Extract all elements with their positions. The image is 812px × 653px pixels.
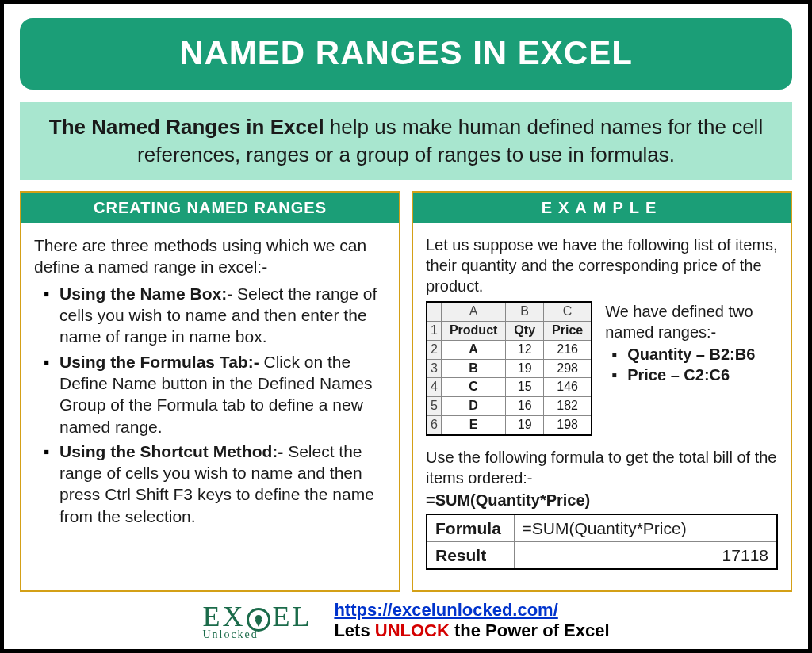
col-header: B — [506, 302, 544, 321]
example-top: A B C 1 Product Qty Price 2A12216 3B1929… — [426, 301, 778, 436]
method-item: Using the Shortcut Method:- Select the r… — [44, 441, 386, 527]
ranges-side: We have defined two named ranges:- Quant… — [605, 301, 778, 385]
columns: CREATING NAMED RANGES There are three me… — [20, 191, 792, 592]
table-header: Price — [544, 321, 592, 340]
table-row: 4C15146 — [427, 378, 592, 397]
table-row: 5D16182 — [427, 397, 592, 416]
corner-cell — [427, 302, 441, 321]
col-header: C — [544, 302, 592, 321]
row-number: 1 — [427, 321, 441, 340]
example-lead: Let us suppose we have the following lis… — [426, 235, 778, 296]
footer: EXEL Unlocked https://excelunlocked.com/… — [20, 600, 792, 641]
right-panel-header: EXAMPLE — [413, 193, 791, 223]
col-header: A — [441, 302, 505, 321]
left-lead: There are three methods using which we c… — [34, 235, 386, 278]
table-row: 6E19198 — [427, 415, 592, 434]
table-header: Product — [441, 321, 505, 340]
right-panel-body: Let us suppose we have the following lis… — [413, 223, 791, 581]
methods-list: Using the Name Box:- Select the range of… — [34, 283, 386, 527]
intro-box: The Named Ranges in Excel help us make h… — [20, 102, 792, 180]
left-panel-body: There are three methods using which we c… — [21, 223, 399, 541]
page-title: NAMED RANGES IN EXCEL — [20, 18, 792, 90]
logo-wrap: EXEL Unlocked — [202, 600, 312, 641]
result-label: Result — [427, 542, 514, 570]
result-formula-label: Formula — [427, 514, 514, 542]
result-value: 17118 — [514, 542, 777, 570]
range-item: Price – C2:C6 — [611, 365, 778, 385]
keyhole-icon — [247, 608, 270, 632]
logo-subtext: Unlocked — [202, 628, 258, 641]
intro-bold: The Named Ranges in Excel — [49, 115, 324, 139]
footer-tagline: Lets UNLOCK the Power of Excel — [334, 621, 609, 640]
result-formula-value: =SUM(Quantity*Price) — [514, 514, 777, 542]
table-header: Qty — [506, 321, 544, 340]
logo: EXEL Unlocked — [202, 600, 312, 641]
result-table: Formula =SUM(Quantity*Price) Result 1711… — [426, 514, 778, 571]
table-row: 3B19298 — [427, 359, 592, 378]
left-panel: CREATING NAMED RANGES There are three me… — [20, 191, 400, 592]
footer-link[interactable]: https://excelunlocked.com/ — [334, 600, 557, 620]
data-table: A B C 1 Product Qty Price 2A12216 3B1929… — [426, 301, 592, 436]
ranges-list: Quantity – B2:B6 Price – C2:C6 — [605, 344, 778, 385]
range-item: Quantity – B2:B6 — [611, 344, 778, 365]
method-item: Using the Formulas Tab:- Click on the De… — [44, 351, 386, 437]
footer-text: https://excelunlocked.com/ Lets UNLOCK t… — [334, 600, 609, 641]
method-item: Using the Name Box:- Select the range of… — [44, 283, 386, 348]
formula-text: =SUM(Quantity*Price) — [426, 490, 778, 510]
table-row: 2A12216 — [427, 340, 592, 359]
left-panel-header: CREATING NAMED RANGES — [21, 193, 399, 223]
right-panel: EXAMPLE Let us suppose we have the follo… — [412, 191, 792, 592]
formula-intro: Use the following formula to get the tot… — [426, 447, 778, 488]
ranges-intro: We have defined two named ranges:- — [605, 301, 778, 342]
